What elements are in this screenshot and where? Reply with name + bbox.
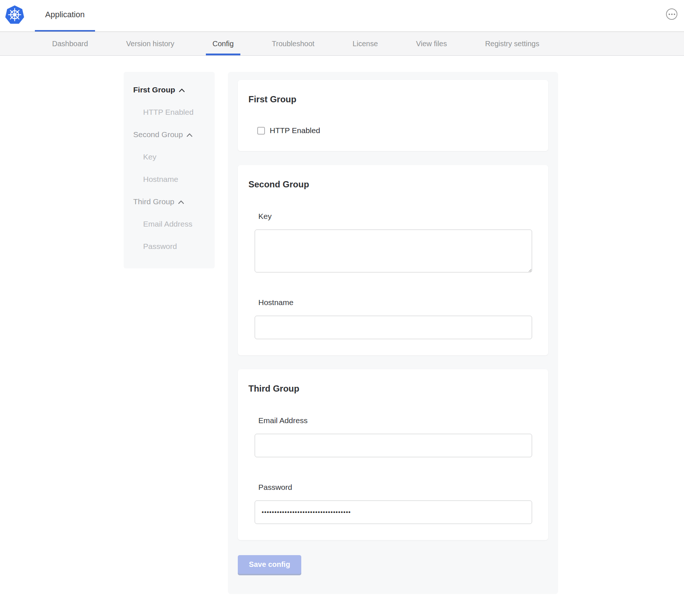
password-input[interactable]	[255, 500, 532, 524]
tab-view-files[interactable]: View files	[410, 32, 454, 55]
sidebar-item-first-group[interactable]: First Group	[124, 78, 215, 101]
sidebar-item-email-address[interactable]: Email Address	[124, 213, 215, 235]
email-address-input[interactable]	[255, 434, 532, 457]
password-label: Password	[258, 483, 532, 492]
kubernetes-logo	[4, 3, 25, 27]
sidebar-item-label: Email Address	[143, 220, 192, 228]
chevron-up-icon	[178, 200, 184, 204]
group-title: Third Group	[248, 383, 532, 394]
config-sidebar: First Group HTTP Enabled Second Group Ke…	[124, 72, 215, 268]
sidebar-item-label: HTTP Enabled	[143, 108, 193, 117]
http-enabled-label[interactable]: HTTP Enabled	[270, 126, 320, 135]
chevron-up-icon	[179, 88, 185, 92]
http-enabled-checkbox[interactable]	[257, 127, 265, 135]
sidebar-item-label: Password	[143, 242, 177, 251]
hostname-label: Hostname	[258, 298, 532, 307]
sidebar-item-hostname[interactable]: Hostname	[124, 168, 215, 190]
hostname-input[interactable]	[255, 316, 532, 339]
tab-dashboard[interactable]: Dashboard	[46, 32, 95, 55]
http-enabled-row: HTTP Enabled	[257, 126, 532, 135]
sidebar-item-password[interactable]: Password	[124, 235, 215, 257]
top-bar: Application	[0, 0, 684, 32]
config-page: First Group HTTP Enabled Second Group Ke…	[0, 56, 684, 594]
save-config-button[interactable]: Save config	[238, 555, 301, 574]
config-group-first: First Group HTTP Enabled	[238, 80, 548, 151]
sidebar-item-label: Third Group	[133, 197, 174, 206]
sidebar-item-key[interactable]: Key	[124, 146, 215, 168]
group-title: Second Group	[248, 179, 532, 190]
tab-application[interactable]: Application	[35, 0, 95, 32]
config-group-third: Third Group Email Address Password	[238, 369, 548, 540]
sidebar-item-label: Second Group	[133, 130, 183, 139]
key-label: Key	[258, 212, 532, 221]
sidebar-item-label: Hostname	[143, 175, 178, 184]
sidebar-item-third-group[interactable]: Third Group	[124, 190, 215, 213]
group-title: First Group	[248, 94, 532, 105]
tab-version-history[interactable]: Version history	[120, 32, 181, 55]
sidebar-item-label: First Group	[133, 85, 175, 94]
config-form-panel: First Group HTTP Enabled Second Group Ke…	[228, 72, 558, 594]
chevron-up-icon	[186, 133, 193, 137]
sidebar-item-http-enabled[interactable]: HTTP Enabled	[124, 101, 215, 123]
ellipsis-icon[interactable]	[666, 8, 677, 20]
tab-config[interactable]: Config	[206, 32, 240, 55]
tab-troubleshoot[interactable]: Troubleshoot	[265, 32, 321, 55]
tab-license[interactable]: License	[346, 32, 385, 55]
sidebar-item-second-group[interactable]: Second Group	[124, 123, 215, 146]
key-textarea[interactable]	[255, 230, 532, 272]
config-group-second: Second Group Key Hostname	[238, 165, 548, 355]
email-address-label: Email Address	[258, 416, 532, 425]
sidebar-item-label: Key	[143, 153, 156, 161]
app-nav-tabs: Dashboard Version history Config Trouble…	[0, 32, 684, 56]
tab-registry-settings[interactable]: Registry settings	[479, 32, 546, 55]
